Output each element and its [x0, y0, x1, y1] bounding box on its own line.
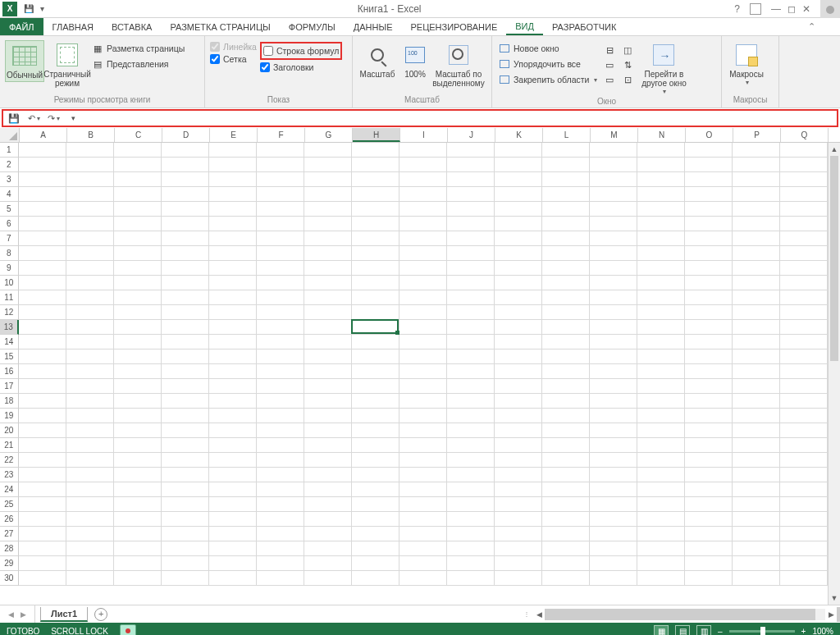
row-header-20[interactable]: 20 — [0, 423, 19, 438]
row-header-10[interactable]: 10 — [0, 276, 19, 290]
split-button[interactable]: ⊟ — [602, 43, 617, 57]
row-header-21[interactable]: 21 — [0, 438, 19, 453]
row-header-16[interactable]: 16 — [0, 364, 19, 379]
scroll-right-icon[interactable]: ▶ — [825, 610, 837, 619]
tab-review[interactable]: РЕЦЕНЗИРОВАНИЕ — [401, 18, 506, 35]
row-header-27[interactable]: 27 — [0, 527, 19, 541]
help-icon[interactable]: ? — [734, 3, 740, 15]
zoom-selection-button[interactable]: Масштаб по выделенному — [433, 40, 484, 89]
row-header-18[interactable]: 18 — [0, 394, 19, 409]
col-header-L[interactable]: L — [543, 128, 591, 142]
col-header-J[interactable]: J — [448, 128, 495, 142]
tab-data[interactable]: ДАННЫЕ — [345, 18, 402, 35]
page-layout-view-icon[interactable]: ▤ — [675, 625, 690, 635]
zoom-button[interactable]: Масштаб — [358, 40, 397, 80]
tab-insert[interactable]: ВСТАВКА — [103, 18, 161, 35]
scroll-up-icon[interactable]: ▲ — [829, 143, 840, 156]
row-header-29[interactable]: 29 — [0, 556, 19, 571]
col-header-E[interactable]: E — [210, 128, 258, 142]
spreadsheet-grid[interactable] — [19, 143, 828, 605]
row-header-25[interactable]: 25 — [0, 497, 19, 512]
user-icon[interactable] — [820, 0, 840, 18]
new-window-button[interactable]: Новое окно — [497, 42, 599, 55]
row-header-11[interactable]: 11 — [0, 290, 19, 305]
col-header-C[interactable]: C — [115, 128, 162, 142]
row-header-30[interactable]: 30 — [0, 571, 19, 586]
sheet-nav-next-icon[interactable]: ▶ — [21, 610, 26, 619]
undo-icon[interactable]: ↶▾ — [28, 112, 39, 124]
row-header-7[interactable]: 7 — [0, 231, 19, 246]
add-sheet-button[interactable]: + — [94, 608, 107, 621]
row-header-22[interactable]: 22 — [0, 453, 19, 468]
row-header-26[interactable]: 26 — [0, 512, 19, 527]
save-icon[interactable]: 💾 — [8, 112, 20, 124]
gridlines-checkbox[interactable]: Сетка — [210, 54, 257, 64]
page-layout-button[interactable]: ▦Разметка страницы — [90, 42, 186, 55]
row-header-28[interactable]: 28 — [0, 541, 19, 556]
zoom-level[interactable]: 100% — [812, 627, 833, 636]
col-header-Q[interactable]: Q — [781, 128, 829, 142]
col-header-N[interactable]: N — [638, 128, 686, 142]
switch-windows-button[interactable]: Перейти в другое окно▾ — [638, 40, 689, 97]
row-header-24[interactable]: 24 — [0, 482, 19, 497]
tab-developer[interactable]: РАЗРАБОТЧИК — [543, 18, 625, 35]
ribbon-options-icon[interactable] — [750, 3, 761, 15]
row-header-1[interactable]: 1 — [0, 143, 19, 158]
scroll-down-icon[interactable]: ▼ — [829, 592, 840, 605]
hscroll-thumb[interactable] — [545, 609, 815, 620]
unhide-button[interactable]: ▭ — [602, 73, 617, 86]
freeze-panes-button[interactable]: Закрепить области▾ — [497, 73, 599, 86]
sheet-tab[interactable]: Лист1 — [40, 607, 88, 622]
horizontal-scrollbar[interactable]: ⋮ ◀ ▶ — [520, 607, 840, 622]
row-header-8[interactable]: 8 — [0, 246, 19, 261]
row-header-6[interactable]: 6 — [0, 217, 19, 231]
tab-page-layout[interactable]: РАЗМЕТКА СТРАНИЦЫ — [161, 18, 279, 35]
row-header-2[interactable]: 2 — [0, 158, 19, 172]
col-header-I[interactable]: I — [400, 128, 448, 142]
row-header-13[interactable]: 13 — [0, 320, 19, 335]
formula-bar-checkbox[interactable]: Строка формул — [260, 42, 342, 60]
collapse-ribbon-icon[interactable]: ⌃ — [808, 21, 815, 32]
row-header-19[interactable]: 19 — [0, 409, 19, 423]
save-icon[interactable]: 💾 — [23, 3, 34, 15]
record-macro-icon[interactable] — [120, 624, 136, 635]
col-header-B[interactable]: B — [67, 128, 115, 142]
zoom-slider[interactable] — [729, 630, 795, 633]
tab-view[interactable]: ВИД — [506, 18, 543, 35]
col-header-K[interactable]: K — [495, 128, 543, 142]
col-header-P[interactable]: P — [733, 128, 781, 142]
row-header-17[interactable]: 17 — [0, 379, 19, 394]
restore-icon[interactable]: ◻ — [788, 3, 796, 15]
qat-dropdown-icon[interactable]: ▾ — [36, 3, 48, 15]
sheet-nav-prev-icon[interactable]: ◀ — [8, 610, 14, 619]
custom-views-button[interactable]: ▤Представления — [90, 57, 186, 71]
sync-scroll-button[interactable]: ⇅ — [620, 58, 635, 71]
page-break-view-button[interactable]: Страничный режим — [48, 40, 87, 89]
zoom-in-icon[interactable]: + — [801, 627, 806, 636]
col-header-D[interactable]: D — [162, 128, 210, 142]
col-header-H[interactable]: H — [353, 128, 400, 142]
select-all-corner[interactable] — [0, 128, 20, 142]
reset-position-button[interactable]: ⊡ — [620, 73, 635, 86]
tab-scroll-icon[interactable]: ⋮ — [520, 610, 533, 618]
tab-formulas[interactable]: ФОРМУЛЫ — [280, 18, 345, 35]
arrange-all-button[interactable]: Упорядочить все — [497, 57, 599, 71]
row-header-12[interactable]: 12 — [0, 305, 19, 320]
close-icon[interactable]: ✕ — [802, 3, 810, 15]
row-header-4[interactable]: 4 — [0, 187, 19, 202]
zoom-100-button[interactable]: 100% — [400, 40, 430, 80]
col-header-O[interactable]: O — [686, 128, 733, 142]
vertical-scrollbar[interactable]: ▲ ▼ — [828, 143, 840, 605]
qat-customize-icon[interactable]: ▾ — [67, 112, 79, 124]
view-side-by-side-button[interactable]: ◫ — [620, 43, 635, 57]
tab-home[interactable]: ГЛАВНАЯ — [43, 18, 103, 35]
col-header-M[interactable]: M — [591, 128, 638, 142]
scroll-left-icon[interactable]: ◀ — [533, 610, 545, 619]
headings-checkbox[interactable]: Заголовки — [260, 62, 342, 72]
tab-split-handle[interactable] — [837, 607, 840, 622]
hide-button[interactable]: ▭ — [602, 58, 617, 71]
row-header-15[interactable]: 15 — [0, 349, 19, 364]
row-header-5[interactable]: 5 — [0, 202, 19, 217]
vscroll-thumb[interactable] — [830, 156, 838, 361]
row-header-14[interactable]: 14 — [0, 335, 19, 349]
